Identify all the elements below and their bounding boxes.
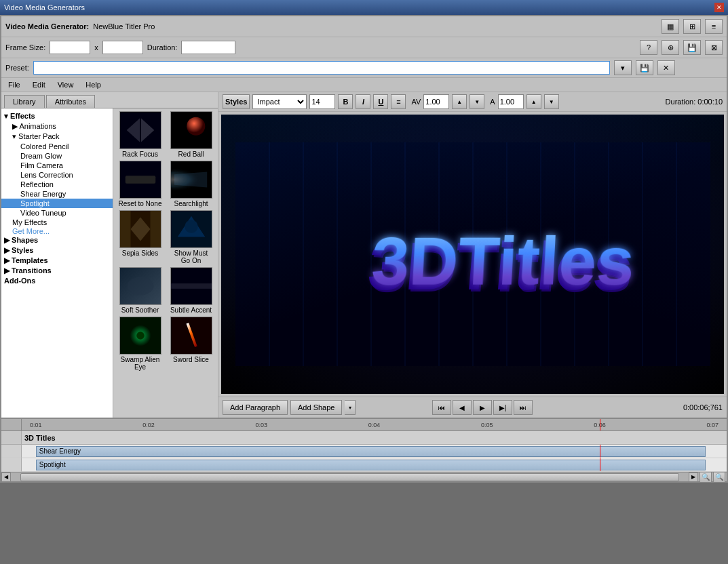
generator-toolbar: Video Media Generator: NewBlue Titler Pr… xyxy=(1,16,727,37)
menu-file[interactable]: File xyxy=(5,79,23,90)
tab-library[interactable]: Library xyxy=(4,95,45,108)
tree-item-my-effects[interactable]: My Effects xyxy=(1,218,113,227)
step-forward-btn[interactable]: ▶| xyxy=(493,400,512,415)
add-shape-btn[interactable]: Add Shape xyxy=(290,400,342,415)
thumb-red-ball[interactable]: Red Ball xyxy=(167,111,215,158)
preset-dropdown-btn[interactable]: ▾ xyxy=(614,60,632,75)
svg-rect-7 xyxy=(125,176,155,184)
thumb-swamp-alien-eye[interactable]: Swamp Alien Eye xyxy=(116,317,164,371)
clip-shear-energy-label: Shear Energy xyxy=(39,447,81,455)
font-size-input[interactable] xyxy=(309,94,335,109)
scroll-left-btn[interactable]: ◀ xyxy=(1,472,11,482)
a-input[interactable] xyxy=(498,94,524,109)
thumb-searchlight[interactable]: Searchlight xyxy=(167,161,215,207)
preset-close-btn[interactable]: ✕ xyxy=(657,60,675,75)
preset-save-btn[interactable]: 💾 xyxy=(636,60,653,75)
a-spin-up[interactable]: ▲ xyxy=(526,94,541,109)
left-panel: Library Attributes ▾ Effects ▶ Animation… xyxy=(1,92,218,418)
menu-view[interactable]: View xyxy=(55,79,77,90)
x-label: x xyxy=(94,43,98,52)
thumb-subtle-accent[interactable]: Subtle Accent xyxy=(167,267,215,314)
width-input[interactable]: 1920 xyxy=(50,41,90,54)
duration-input[interactable]: 5.0.001 xyxy=(181,41,235,54)
right-panel: Styles Impact Arial Times New Roman B I … xyxy=(218,92,727,418)
thumb-img-swamp-alien-eye xyxy=(119,317,161,355)
close-button[interactable]: ✕ xyxy=(714,3,724,12)
thumb-soft-soother[interactable]: Soft Soother xyxy=(116,267,164,314)
help-btn[interactable]: ? xyxy=(640,40,657,55)
timeline-ruler-row: 0:01 0:02 0:03 0:04 0:05 0:06 0:07 xyxy=(1,419,727,431)
av-label: AV xyxy=(411,98,421,106)
add-shape-dropdown[interactable]: ▾ xyxy=(345,400,356,415)
underline-button[interactable]: U xyxy=(373,94,388,109)
svg-rect-22 xyxy=(171,283,212,289)
tree-panel[interactable]: ▾ Effects ▶ Animations ▾ Starter Pack Co… xyxy=(1,108,113,418)
clip-spotlight[interactable]: Spotlight xyxy=(36,460,706,470)
tree-item-lens-correction[interactable]: Lens Correction xyxy=(1,170,113,180)
preview-area: 3DTitles 3DTitles 3DTitles xyxy=(221,115,724,394)
format-bar: Styles Impact Arial Times New Roman B I … xyxy=(218,92,727,112)
menu-edit[interactable]: Edit xyxy=(30,79,48,90)
tabs-row: Library Attributes xyxy=(1,92,218,108)
export-btn[interactable]: ⊠ xyxy=(705,40,723,55)
scroll-thumb[interactable] xyxy=(20,473,679,481)
tree-item-spotlight[interactable]: Spotlight xyxy=(1,199,113,208)
tree-item-animations[interactable]: ▶ Animations xyxy=(1,121,113,132)
preset-label: Preset: xyxy=(5,64,29,72)
timeline-track-spotlight[interactable]: Spotlight xyxy=(22,458,727,472)
thumb-rack-focus[interactable]: Rack Focus xyxy=(116,111,164,158)
list-icon-btn[interactable]: ≡ xyxy=(705,19,723,34)
grid-icon-btn[interactable]: ⊞ xyxy=(683,19,701,34)
av-input[interactable] xyxy=(423,94,449,109)
tab-attributes[interactable]: Attributes xyxy=(46,95,95,108)
forward-end-btn[interactable]: ⏭ xyxy=(514,400,533,415)
clip-shear-energy[interactable]: Shear Energy xyxy=(36,446,706,457)
thumb-sepia-sides[interactable]: Sepia Sides xyxy=(116,210,164,264)
a-spin-down[interactable]: ▼ xyxy=(544,94,559,109)
timeline-track-shear[interactable]: Shear Energy xyxy=(22,445,727,458)
tree-item-shapes[interactable]: ▶ Shapes xyxy=(1,235,113,245)
save-preset-btn[interactable]: 💾 xyxy=(683,40,701,55)
scroll-right-btn[interactable]: ▶ xyxy=(689,472,698,482)
thumb-show-must-go-on[interactable]: Show Must Go On xyxy=(167,210,215,264)
tree-item-video-tuneup[interactable]: Video Tuneup xyxy=(1,208,113,218)
timeline-track-spotlight-row: Spotlight xyxy=(1,458,727,472)
get-more-link[interactable]: Get More... xyxy=(1,227,113,235)
av-spin-up[interactable]: ▲ xyxy=(452,94,467,109)
font-select[interactable]: Impact Arial Times New Roman xyxy=(252,94,307,109)
tree-item-shear-energy[interactable]: Shear Energy xyxy=(1,189,113,199)
thumb-sword-slice[interactable]: Sword Slice xyxy=(167,317,215,371)
ruler-mark-2: 0:03 xyxy=(255,422,267,428)
tree-item-transitions[interactable]: ▶ Transitions xyxy=(1,266,113,276)
signal-btn[interactable]: ⊛ xyxy=(662,40,679,55)
thumb-reset-none[interactable]: Reset to None xyxy=(116,161,164,207)
tree-item-starter-pack[interactable]: ▾ Starter Pack xyxy=(1,132,113,142)
tree-item-film-camera[interactable]: Film Camera xyxy=(1,161,113,170)
zoom-in-btn[interactable]: 🔍 xyxy=(700,472,712,483)
styles-button[interactable]: Styles xyxy=(223,94,250,109)
thumb-img-soft-soother xyxy=(119,267,161,305)
thumb-panel: Rack Focus Red Ball xyxy=(113,108,218,418)
preset-input[interactable]: (Default) xyxy=(33,61,610,75)
tree-item-add-ons[interactable]: Add-Ons xyxy=(1,276,113,285)
tree-item-styles[interactable]: ▶ Styles xyxy=(1,245,113,256)
view-icon-btn[interactable]: ▦ xyxy=(662,19,679,34)
menu-help[interactable]: Help xyxy=(83,79,104,90)
tree-item-reflection[interactable]: Reflection xyxy=(1,180,113,189)
play-btn[interactable]: ▶ xyxy=(473,400,492,415)
step-back-btn[interactable]: ◀ xyxy=(453,400,472,415)
tree-item-colored-pencil[interactable]: Colored Pencil xyxy=(1,142,113,151)
height-input[interactable]: 1080 xyxy=(102,41,143,54)
tree-item-templates[interactable]: ▶ Templates xyxy=(1,256,113,266)
tree-item-dream-glow[interactable]: Dream Glow xyxy=(1,151,113,161)
bold-button[interactable]: B xyxy=(338,94,353,109)
av-spin-down[interactable]: ▼ xyxy=(470,94,484,109)
add-paragraph-btn[interactable]: Add Paragraph xyxy=(223,400,288,415)
italic-button[interactable]: I xyxy=(356,94,370,109)
tree-item-effects[interactable]: ▾ Effects xyxy=(1,111,113,121)
thumb-label-reset-none: Reset to None xyxy=(119,200,162,207)
zoom-out-btn[interactable]: 🔍 xyxy=(713,472,725,483)
rewind-start-btn[interactable]: ⏮ xyxy=(432,400,451,415)
align-button[interactable]: ≡ xyxy=(391,94,406,109)
thumb-label-sword-slice: Sword Slice xyxy=(173,356,209,363)
